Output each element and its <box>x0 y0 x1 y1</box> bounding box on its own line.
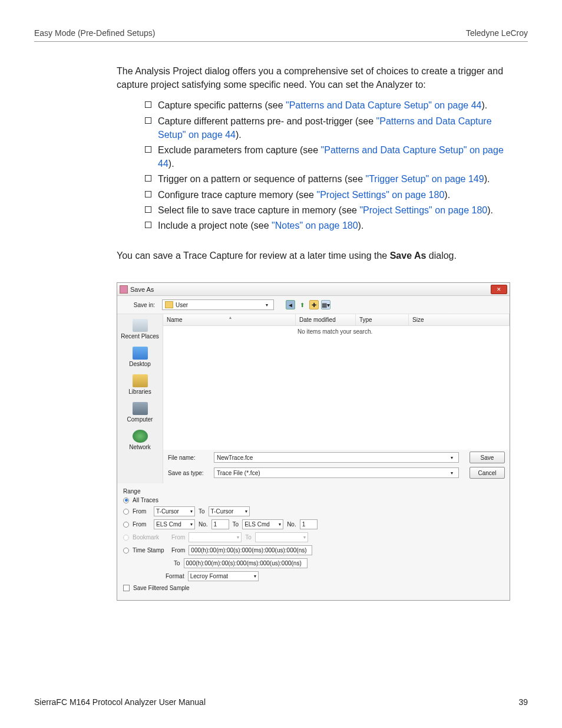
col-name[interactable]: Name▴ <box>163 314 296 325</box>
checkbox-filtered[interactable] <box>123 585 130 591</box>
save-in-combo[interactable]: User ▾ <box>162 299 274 310</box>
recent-icon <box>133 319 148 332</box>
link-notes[interactable]: "Notes" on page 180 <box>272 220 358 230</box>
file-name-label: File name: <box>168 454 209 461</box>
place-libraries[interactable]: Libraries <box>117 373 163 396</box>
link-proj-1[interactable]: "Project Settings" on page 180 <box>316 190 444 200</box>
desktop-icon <box>133 347 148 360</box>
intro-paragraph: The Analysis Project dialog offers you a… <box>117 64 516 91</box>
format-combo[interactable]: Lecroy Format▾ <box>188 571 259 581</box>
place-recent[interactable]: Recent Places <box>117 318 163 341</box>
link-proj-2[interactable]: "Project Settings" on page 180 <box>359 205 487 215</box>
bullet-item: Select file to save trace capture in mem… <box>145 203 516 217</box>
header-right: Teledyne LeCroy <box>466 28 528 38</box>
views-icon[interactable]: ▦▾ <box>321 300 330 309</box>
link-patterns-1[interactable]: "Patterns and Data Capture Setup" on pag… <box>286 100 481 110</box>
ts-to[interactable]: 000(h):00(m):00(s):000(ms):000(us):000(n… <box>184 558 308 568</box>
places-bar: Recent Places Desktop Libraries Computer <box>117 314 163 483</box>
page-header: Easy Mode (Pre-Defined Setups) Teledyne … <box>34 28 528 42</box>
libraries-icon <box>133 374 148 387</box>
para-saveas: You can save a Trace Capture for review … <box>117 249 516 262</box>
save-type-combo[interactable]: Trace File (*.fce)▾ <box>214 467 459 478</box>
bullet-item: Configure trace capture memory (see "Pro… <box>145 188 516 202</box>
chevron-down-icon: ▾ <box>448 455 456 460</box>
save-as-dialog: Save As ✕ Save in: User ▾ ◄ ⬆ ✚ ▦▾ <box>117 282 510 601</box>
to-cmd-combo[interactable]: ELS Cmd▾ <box>242 519 283 529</box>
radio-from-cursor[interactable] <box>123 509 129 515</box>
new-folder-icon[interactable]: ✚ <box>309 300 319 309</box>
save-button[interactable]: Save <box>470 452 505 463</box>
close-icon[interactable]: ✕ <box>491 285 507 294</box>
bullet-item: Capture specific patterns (see "Patterns… <box>145 98 516 112</box>
up-icon[interactable]: ⬆ <box>297 300 307 309</box>
cancel-button[interactable]: Cancel <box>470 467 505 479</box>
sort-caret-icon: ▴ <box>229 315 232 320</box>
from-cmd-no[interactable]: 1 <box>211 519 229 529</box>
to-cursor-combo[interactable]: T-Cursor▾ <box>209 506 250 516</box>
dialog-title: Save As <box>130 286 488 293</box>
save-in-row: Save in: User ▾ ◄ ⬆ ✚ ▦▾ <box>117 296 510 314</box>
radio-from-cmd[interactable] <box>123 522 129 528</box>
col-size[interactable]: Size <box>409 314 510 325</box>
radio-timestamp[interactable] <box>123 548 129 554</box>
bullet-item: Capture different patterns pre- and post… <box>145 114 516 141</box>
to-cmd-no[interactable]: 1 <box>300 519 318 529</box>
bullet-item: Include a project note (see "Notes" on p… <box>145 219 516 232</box>
header-left: Easy Mode (Pre-Defined Setups) <box>34 28 155 38</box>
save-in-label: Save in: <box>122 302 157 308</box>
place-desktop[interactable]: Desktop <box>117 345 163 368</box>
page-footer: SierraFC M164 Protocol Analyzer User Man… <box>34 697 528 707</box>
save-type-label: Save as type: <box>168 470 209 476</box>
from-cursor-combo[interactable]: T-Cursor▾ <box>154 506 195 516</box>
link-trigger[interactable]: "Trigger Setup" on page 149 <box>366 174 484 184</box>
radio-all-traces[interactable] <box>123 498 129 503</box>
list-header: Name▴ Date modified Type Size <box>163 314 510 326</box>
network-icon <box>133 430 148 443</box>
bullet-item: Trigger on a pattern or sequence of patt… <box>145 172 516 186</box>
chevron-down-icon: ▾ <box>263 301 271 309</box>
col-date[interactable]: Date modified <box>296 314 356 325</box>
folder-icon <box>165 301 173 308</box>
range-panel: Range All Traces From T-Cursor▾ To T-Cur… <box>117 483 510 600</box>
bullet-list: Capture specific patterns (see "Patterns… <box>117 98 516 232</box>
footer-right: 39 <box>518 697 528 707</box>
back-icon[interactable]: ◄ <box>286 300 295 309</box>
col-type[interactable]: Type <box>356 314 409 325</box>
titlebar: Save As ✕ <box>117 283 510 296</box>
radio-bookmark[interactable] <box>123 535 129 541</box>
from-cmd-combo[interactable]: ELS Cmd▾ <box>154 519 195 529</box>
range-title: Range <box>123 488 504 495</box>
place-network[interactable]: Network <box>117 429 163 452</box>
bookmark-to: ▾ <box>255 532 308 542</box>
filtered-label: Save Filtered Sample <box>133 585 190 591</box>
all-traces-label: All Traces <box>133 497 158 503</box>
bullet-item: Exclude parameters from capture (see "Pa… <box>145 143 516 170</box>
footer-left: SierraFC M164 Protocol Analyzer User Man… <box>34 697 206 707</box>
app-icon <box>120 285 128 294</box>
computer-icon <box>133 402 148 415</box>
place-computer[interactable]: Computer <box>117 401 163 424</box>
file-list: No items match your search. <box>163 326 510 450</box>
bookmark-from: ▾ <box>189 532 242 542</box>
ts-from[interactable]: 000(h):00(m):00(s):000(ms):000(us):000(n… <box>189 545 312 555</box>
empty-message: No items match your search. <box>297 328 372 335</box>
file-name-input[interactable]: NewTrace.fce▾ <box>214 452 459 463</box>
chevron-down-icon: ▾ <box>448 470 456 476</box>
